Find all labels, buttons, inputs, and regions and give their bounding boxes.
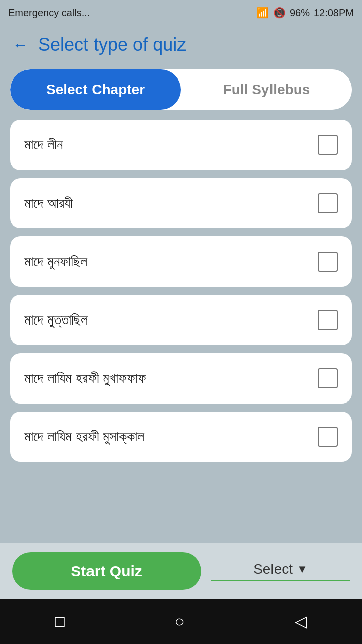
battery-text: 96% — [290, 7, 310, 19]
chapter-label: মাদে লাযিম হরফী মুসাক্কাল — [24, 429, 144, 445]
bottom-bar: Start Quiz Select ▼ — [0, 543, 362, 599]
list-item[interactable]: মাদে মুত্তাছিল — [10, 295, 352, 345]
select-dropdown[interactable]: Select ▼ — [211, 561, 350, 581]
chapter-label: মাদে লীন — [24, 137, 63, 153]
chapter-checkbox[interactable] — [318, 252, 338, 272]
status-icons: 📶 📵 96% 12:08PM — [256, 7, 354, 19]
status-bar: Emergency calls... 📶 📵 96% 12:08PM — [0, 0, 362, 25]
chapter-checkbox[interactable] — [318, 135, 338, 155]
tab-select-chapter[interactable]: Select Chapter — [10, 69, 181, 110]
square-icon[interactable]: □ — [55, 612, 64, 631]
header: ← Select type of quiz — [0, 25, 362, 64]
select-label: Select — [253, 561, 293, 577]
list-item[interactable]: মাদে মুনফাছিল — [10, 236, 352, 287]
emergency-text: Emergency calls... — [8, 7, 90, 19]
dropdown-arrow-icon: ▼ — [297, 562, 308, 576]
chapter-checkbox[interactable] — [318, 427, 338, 447]
list-item[interactable]: মাদে লীন — [10, 120, 352, 170]
chapter-list: মাদে লীন মাদে আরযী মাদে মুনফাছিল মাদে মু… — [0, 120, 362, 543]
home-icon[interactable]: ○ — [175, 612, 185, 631]
chapter-label: মাদে লাযিম হরফী মুখাফফাফ — [24, 370, 146, 387]
wifi-icon: 📶 — [256, 7, 269, 19]
chapter-checkbox[interactable] — [318, 310, 338, 330]
tab-row: Select Chapter Full Syllebus — [10, 69, 352, 110]
chapter-label: মাদে আরযী — [24, 195, 73, 212]
back-nav-icon[interactable]: ◁ — [295, 612, 307, 631]
list-item[interactable]: মাদে আরযী — [10, 178, 352, 228]
tab-full-syllabus[interactable]: Full Syllebus — [181, 69, 352, 110]
chapter-checkbox[interactable] — [318, 193, 338, 213]
time-text: 12:08PM — [314, 7, 354, 19]
chapter-label: মাদে মুত্তাছিল — [24, 312, 88, 329]
back-button[interactable]: ← — [12, 36, 28, 54]
page-title: Select type of quiz — [38, 34, 186, 55]
list-item[interactable]: মাদে লাযিম হরফী মুসাক্কাল — [10, 412, 352, 462]
list-item[interactable]: মাদে লাযিম হরফী মুখাফফাফ — [10, 353, 352, 404]
nav-bar: □ ○ ◁ — [0, 599, 362, 644]
chapter-checkbox[interactable] — [318, 368, 338, 388]
chapter-label: মাদে মুনফাছিল — [24, 254, 87, 270]
start-quiz-button[interactable]: Start Quiz — [12, 552, 201, 590]
signal-icon: 📵 — [273, 7, 286, 19]
